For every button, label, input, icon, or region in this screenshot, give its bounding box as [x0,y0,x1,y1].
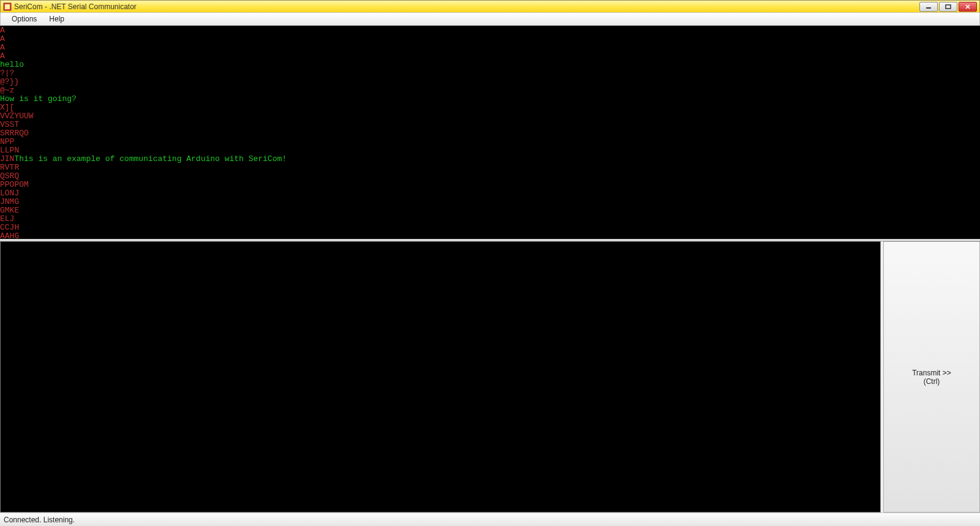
minimize-button[interactable] [919,2,938,12]
titlebar[interactable]: SeriCom - .NET Serial Communicator [0,0,980,12]
transmit-shortcut: (Ctrl) [924,377,940,386]
window-title: SeriCom - .NET Serial Communicator [14,2,919,11]
status-text: Connected. Listening. [4,516,75,524]
transmit-label: Transmit >> [912,369,951,377]
close-button[interactable] [959,2,977,12]
svg-rect-3 [946,5,951,9]
lower-panel: Transmit >> (Ctrl) [0,241,980,513]
app-window: SeriCom - .NET Serial Communicator Optio… [0,0,980,526]
menu-options[interactable]: Options [6,13,43,24]
svg-rect-1 [5,4,10,9]
maximize-button[interactable] [939,2,957,12]
statusbar: Connected. Listening. [0,513,980,526]
window-controls [919,2,977,12]
app-icon [3,2,12,11]
input-console [0,241,881,513]
transmit-panel: Transmit >> (Ctrl) [883,241,980,513]
menubar: Options Help [0,12,980,26]
output-console[interactable]: A A A A hello ?|? @?}} @~z How is it goi… [0,26,980,239]
content-area: A A A A hello ?|? @?}} @~z How is it goi… [0,26,980,513]
transmit-button[interactable]: Transmit >> (Ctrl) [884,242,979,512]
menu-help[interactable]: Help [43,13,70,24]
transmit-input[interactable] [1,242,880,512]
